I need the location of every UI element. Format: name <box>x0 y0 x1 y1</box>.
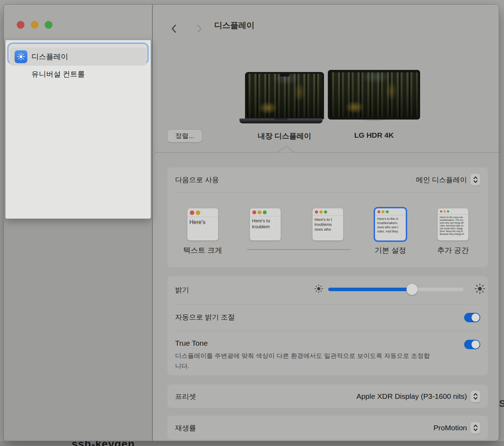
text-line: them. About the only th <box>440 230 468 233</box>
scaling-option-label: 추가 공간 <box>430 245 476 254</box>
use-as-dropdown[interactable]: 메인 디스플레이 <box>416 174 480 186</box>
scaling-option[interactable]: Here's to the crazy onetroublemakers. Th… <box>430 208 476 254</box>
auto-brightness-toggle[interactable] <box>464 313 480 322</box>
traffic-dot <box>315 210 318 214</box>
page-title: 디스플레이 <box>214 20 254 31</box>
text-line: ones who <box>315 227 343 232</box>
chevron-up-down-icon <box>473 176 478 184</box>
mini-window-preview: Here's totroublem <box>250 208 281 240</box>
search-result-item[interactable]: 디스플레이 <box>10 48 146 66</box>
brightness-label: 밝기 <box>175 285 189 295</box>
preset-label: 프리셋 <box>175 392 196 401</box>
text-line: rules. And they <box>377 229 406 233</box>
laptop-notch <box>280 74 289 77</box>
window-titlebar[interactable] <box>4 5 152 39</box>
text-line: troublemakers. The rou <box>440 219 468 222</box>
text-line: Here's <box>189 218 218 226</box>
selected-display-caret <box>273 146 299 152</box>
chevron-right-icon <box>195 24 203 34</box>
true-tone-toggle[interactable] <box>464 340 480 349</box>
scaling-option[interactable]: Here's to ttroublemaones who <box>305 208 351 254</box>
chevron-left-icon <box>170 24 178 34</box>
scaling-option[interactable]: Here's텍스트 크게 <box>180 208 225 254</box>
mini-window-preview: Here's to the crtroublemakers.ones who s… <box>375 208 406 240</box>
mini-window-titlebar <box>438 208 468 215</box>
use-as-stepper-button[interactable] <box>470 174 480 186</box>
text-line: Here's to <box>252 218 281 224</box>
brightness-slider[interactable] <box>319 276 480 303</box>
search-result-item[interactable]: 유니버설 컨트롤 <box>10 66 146 82</box>
text-line: troublem <box>252 224 281 230</box>
traffic-dot <box>252 210 256 214</box>
search-result-label: 디스플레이 <box>31 52 68 62</box>
chevron-up-down-icon <box>473 424 478 432</box>
refresh-rate-label: 재생률 <box>175 423 196 433</box>
card-separator <box>174 304 480 304</box>
external-display-thumbnail[interactable] <box>328 70 420 120</box>
section-separator <box>152 152 499 153</box>
refresh-rate-stepper-button[interactable] <box>470 422 480 434</box>
mini-window-text: Here's totroublem <box>250 216 281 240</box>
brightness-fill <box>328 288 412 291</box>
brightness-icon <box>17 53 25 60</box>
laptop-base <box>239 118 323 123</box>
search-results-list: 디스플레이유니버설 컨트롤 <box>6 48 151 82</box>
traffic-dot <box>196 210 200 215</box>
traffic-dot <box>319 210 323 214</box>
traffic-dot <box>324 210 327 214</box>
preset-stepper-button[interactable] <box>470 390 480 402</box>
brightness-track[interactable] <box>328 288 463 291</box>
mini-window-text: Here's to ttroublemaones who <box>312 216 343 240</box>
use-as-value: 메인 디스플레이 <box>416 175 467 185</box>
brightness-card: 밝기 자동으로 밝기 조절 True Tone 디스플레이를 주변광에 맞춰 색 <box>167 276 488 375</box>
refresh-rate-value: ProMotion <box>433 424 467 432</box>
brightness-high-icon <box>474 283 485 296</box>
fullscreen-window-button[interactable] <box>45 21 52 29</box>
use-as-label: 다음으로 사용 <box>175 175 219 185</box>
text-line: Here's to the crazy one <box>440 216 468 219</box>
mini-window-titlebar <box>312 208 343 216</box>
mini-window-text: Here's to the crazy onetroublemakers. Th… <box>438 215 468 240</box>
scaling-connector-line <box>247 249 351 250</box>
mini-window-preview: Here's <box>187 208 218 240</box>
system-settings-window: keybo 디스플레이유니버설 컨트롤 디스플레이 내장 디스플레이 <box>3 4 499 441</box>
traffic-dot <box>190 210 194 215</box>
refresh-rate-card: 재생률 ProMotion <box>167 416 488 439</box>
text-line: troublema <box>315 222 343 227</box>
external-display-name: LG HDR 4K <box>336 131 412 139</box>
display-settings-icon <box>15 50 27 63</box>
traffic-dot <box>444 210 446 213</box>
auto-brightness-label: 자동으로 밝기 조절 <box>175 312 235 322</box>
arrange-displays-button[interactable]: 정렬... <box>167 130 202 142</box>
mini-window-text: Here's <box>187 217 218 240</box>
forward-button[interactable] <box>195 24 203 34</box>
true-tone-description: 디스플레이를 주변광에 맞춰 색상이 다른 환경에서도 일관적으로 보이도록 자… <box>175 351 430 371</box>
traffic-dot <box>382 210 384 213</box>
back-button[interactable] <box>170 24 178 34</box>
scaling-option-label <box>305 245 351 254</box>
brightness-low-icon <box>314 284 323 295</box>
minimize-window-button[interactable] <box>31 21 38 29</box>
desktop: ssh-keygen S keybo 디스플레이유니버설 컨트롤 <box>0 0 504 446</box>
true-tone-label: True Tone <box>175 339 208 347</box>
scaling-option-label: 텍스트 크게 <box>180 245 225 254</box>
toggle-knob <box>471 314 480 322</box>
scaling-option-selected[interactable]: Here's to the crtroublemakers.ones who s… <box>368 208 413 254</box>
refresh-rate-dropdown[interactable]: ProMotion <box>433 422 480 434</box>
scaling-option[interactable]: Here's totroublem <box>243 208 288 254</box>
text-line: Here's to the cr <box>377 217 406 221</box>
card-separator <box>174 192 480 193</box>
builtin-display-thumbnail[interactable] <box>245 72 324 119</box>
close-window-button[interactable] <box>17 21 24 29</box>
card-separator <box>174 331 480 331</box>
search-result-label: 유니버설 컨트롤 <box>31 69 85 79</box>
mini-window-titlebar <box>187 208 218 217</box>
toggle-knob <box>471 340 480 348</box>
builtin-display-wallpaper <box>247 74 322 117</box>
chevron-up-down-icon <box>473 393 478 400</box>
traffic-dot <box>386 210 389 213</box>
text-line: can quote them, disagr <box>440 227 468 230</box>
brightness-thumb[interactable] <box>406 284 418 295</box>
preset-dropdown[interactable]: Apple XDR Display (P3-1600 nits) <box>357 390 480 402</box>
traffic-dot <box>440 210 442 213</box>
